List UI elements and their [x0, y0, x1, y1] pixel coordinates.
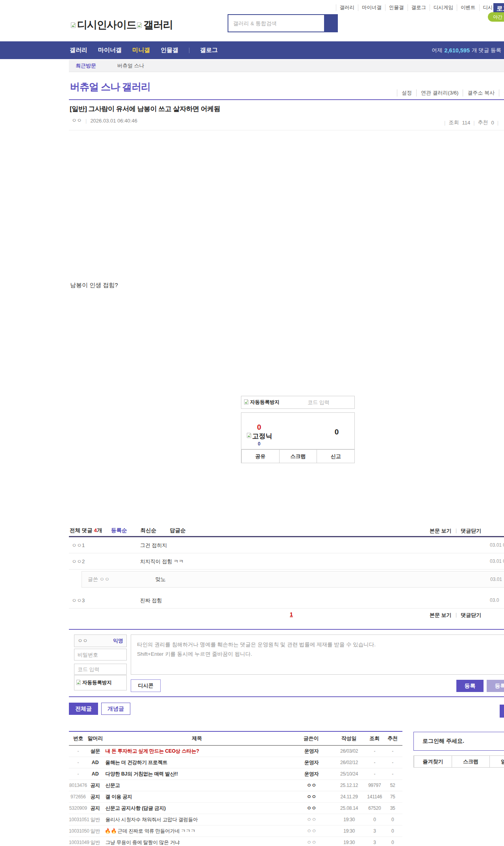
broken-image-icon: [70, 19, 77, 31]
post-link[interactable]: 신문고 공지사항 (답글 금지): [103, 805, 291, 812]
post-head[interactable]: AD: [87, 760, 103, 765]
post-head[interactable]: 공지: [87, 794, 103, 800]
top-link[interactable]: 인물갤: [385, 4, 408, 11]
post-link[interactable]: 다양한 BJ의 거침없는 매력 발산!!: [103, 771, 291, 777]
post-link[interactable]: 신문고: [103, 782, 291, 789]
post-author[interactable]: ㅇㅇ: [291, 782, 332, 789]
top-link[interactable]: 이벤트: [457, 4, 479, 11]
post-author[interactable]: ㅇㅇ: [72, 117, 82, 124]
captcha-input[interactable]: [283, 399, 354, 406]
gallery-menu-item[interactable]: 설정: [397, 89, 416, 96]
anonymous-toggle[interactable]: 익명: [113, 637, 123, 644]
comment-page-number[interactable]: 1: [290, 611, 293, 618]
post-views: 3: [366, 828, 383, 834]
post-head[interactable]: 공지: [87, 805, 103, 812]
top-utility-links: 갤러리마이너갤인물갤갤로그디시게임이벤트디시콘: [336, 4, 502, 11]
post-link[interactable]: 울리사 시청자수 채워줘서 고맙다 갤럼들아: [103, 816, 291, 823]
post-author[interactable]: 운영자: [291, 771, 332, 777]
post-author[interactable]: ㅇㅇ: [291, 839, 332, 846]
sidebar-tab[interactable]: 즐겨찾기: [414, 756, 452, 767]
downvote-count[interactable]: 0: [329, 428, 345, 436]
view-post-link[interactable]: 본문 보기: [430, 527, 452, 534]
comment-text: 맞노: [156, 576, 166, 582]
top-link[interactable]: 디시게임: [430, 4, 457, 11]
post-author[interactable]: ㅇㅇ: [291, 828, 332, 835]
close-comments-link[interactable]: 댓글닫기: [461, 612, 481, 619]
post-author[interactable]: ㅇㅇ: [291, 794, 332, 800]
post-link[interactable]: 그냥 무용이 중에 탈짱이 많은 거냐: [103, 839, 291, 846]
post-head[interactable]: 일반: [87, 839, 103, 846]
comment-name-value[interactable]: ㅇㅇ: [78, 637, 88, 644]
gallery-menu-item[interactable]: 갤주소 복사: [463, 89, 499, 96]
best-posts-button[interactable]: 개념글: [101, 703, 130, 715]
post-link[interactable]: 내 돈 투자하고 싶게 만드는 CEO상 스타는?: [103, 748, 291, 755]
top-link[interactable]: 갤로그: [408, 4, 430, 11]
post-head[interactable]: 일반: [87, 828, 103, 835]
sort-registered[interactable]: 등록순: [111, 527, 127, 534]
comment-author[interactable]: ㅇㅇ3: [72, 597, 139, 604]
post-author[interactable]: ㅇㅇ: [291, 805, 332, 812]
comment-submit-button[interactable]: 등록: [456, 680, 484, 692]
broken-image-icon: [246, 432, 252, 440]
gallery-menu-item[interactable]: 연관 갤러리(3/6): [416, 89, 463, 96]
all-posts-button[interactable]: 전체글: [69, 703, 98, 715]
post-number: -: [69, 771, 87, 777]
post-author[interactable]: 운영자: [291, 759, 332, 766]
nav-gallog[interactable]: 갤로그: [200, 46, 218, 54]
gallery-menu-item[interactable]: 이용안내: [499, 89, 504, 96]
post-head[interactable]: 일반: [87, 816, 103, 823]
night-mode-button[interactable]: 야간 모드: [488, 12, 504, 22]
post-link[interactable]: 갤 이용 공지: [103, 794, 291, 800]
post-author[interactable]: ㅇㅇ: [291, 816, 332, 823]
table-row: - AD 올해는 더 건강하기 프로젝트 운영자 26/02/12 - -: [69, 757, 402, 768]
post-action-button[interactable]: 신고: [317, 450, 354, 463]
post-head[interactable]: 공지: [87, 782, 103, 789]
sidebar-tab[interactable]: 스크랩: [452, 756, 489, 767]
recent-visit-label[interactable]: 최근방문: [76, 62, 96, 69]
nav-minor-gallery[interactable]: 마이너갤: [98, 46, 122, 54]
post-link[interactable]: 🔥🔥근데 진짜로 역류 만들어가네 ㅋㅋㅋ: [103, 828, 291, 835]
post-link-text: 근데 진짜로 역류 만들어가네 ㅋㅋㅋ: [118, 828, 196, 834]
comment-author[interactable]: 글쓴 ㅇㅇ: [88, 576, 154, 583]
nav-person-gallery[interactable]: 인물갤: [161, 46, 178, 54]
post-number: 972656: [69, 794, 87, 800]
post-body-text: 남봉이 인생 접힘?: [70, 282, 118, 289]
search-button[interactable]: [324, 15, 337, 32]
write-post-button[interactable]: [500, 705, 504, 718]
breadcrumb-current[interactable]: 버츄얼 스나: [117, 62, 145, 69]
comment-password-input[interactable]: [74, 649, 127, 660]
sidebar-tab[interactable]: 일반글: [489, 756, 504, 767]
col-date: 작성일: [332, 735, 366, 742]
comment-author[interactable]: ㅇㅇ2: [72, 558, 139, 565]
top-link[interactable]: 마이너갤: [358, 4, 385, 11]
dccon-button[interactable]: 디시콘: [131, 679, 161, 692]
post-head[interactable]: AD: [87, 771, 103, 777]
search-input[interactable]: [228, 15, 324, 32]
post-link[interactable]: 올해는 더 건강하기 프로젝트: [103, 759, 291, 766]
nav-gallery[interactable]: 갤러리: [70, 46, 87, 54]
close-comments-link[interactable]: 댓글닫기: [461, 527, 481, 534]
post-action-button[interactable]: 스크랩: [279, 450, 317, 463]
post-action-button[interactable]: 공유: [241, 450, 279, 463]
comment-submit-secondary-button[interactable]: 등록: [487, 680, 504, 692]
table-row: 10031049 일반 그냥 무용이 중에 탈짱이 많은 거냐 ㅇㅇ 19:30…: [69, 837, 402, 846]
post-head[interactable]: 설문: [87, 748, 103, 755]
gallery-title[interactable]: 버츄얼 스나 갤러리: [70, 80, 150, 93]
comment-textarea[interactable]: [131, 635, 504, 674]
nav-mini-gallery[interactable]: 미니갤: [132, 46, 150, 54]
table-row: 8013476 공지 신문고 ㅇㅇ 25.12.12 99797 52: [69, 780, 402, 791]
comment-date: 03.0: [490, 597, 499, 603]
upvote-count[interactable]: 0: [243, 423, 275, 432]
sort-reply[interactable]: 답글순: [170, 527, 186, 534]
fixed-nick-vote[interactable]: 고정닉: [243, 432, 275, 441]
post-views: 99797: [366, 783, 383, 788]
site-logo[interactable]: 디시인사이드 갤러리: [70, 18, 173, 32]
top-link[interactable]: 갤러리: [336, 4, 358, 11]
sort-newest[interactable]: 최신순: [141, 527, 157, 534]
comment-code-input[interactable]: [74, 664, 127, 675]
comment-author[interactable]: ㅇㅇ1: [72, 542, 139, 549]
col-head: 말머리: [87, 735, 103, 742]
post-upvotes: 75: [383, 794, 402, 800]
view-post-link[interactable]: 본문 보기: [430, 612, 452, 619]
post-author[interactable]: 운영자: [291, 748, 332, 755]
